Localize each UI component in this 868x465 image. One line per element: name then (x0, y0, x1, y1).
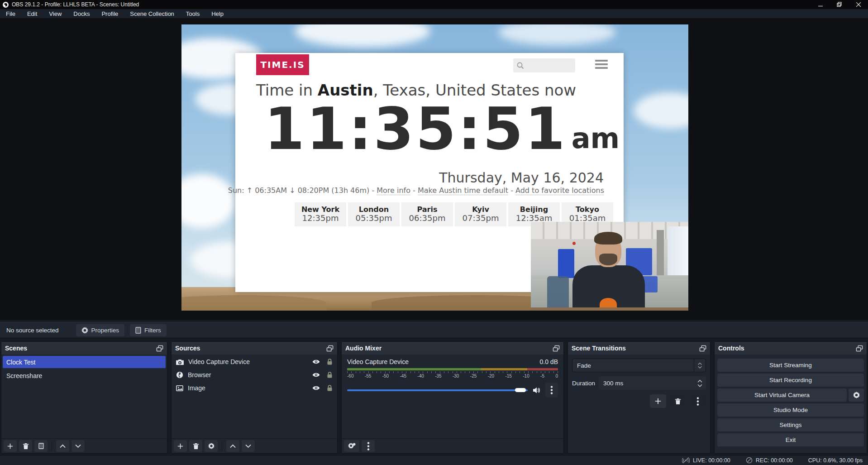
start-recording-button[interactable]: Start Recording (717, 374, 864, 387)
webcam-exit-sign (572, 242, 576, 245)
lock-icon[interactable] (327, 385, 333, 391)
source-item-browser[interactable]: Browser (172, 369, 337, 381)
visibility-eye-icon[interactable] (312, 385, 320, 391)
scenes-header[interactable]: Scenes (1, 342, 167, 355)
source-properties-button[interactable] (205, 440, 218, 452)
exit-button[interactable]: Exit (717, 433, 864, 446)
city-time: 06:35pm (409, 214, 446, 223)
spin-arrows[interactable] (695, 379, 706, 387)
city-name: Beijing (520, 206, 548, 214)
popout-icon[interactable] (553, 345, 560, 352)
filters-label: Filters (144, 327, 161, 334)
city-paris[interactable]: Paris06:35pm (401, 202, 453, 226)
filters-button[interactable]: Filters (130, 324, 167, 336)
tick-label: -40 (417, 374, 424, 379)
audio-mixer-panel: Audio Mixer Video Capture Device 0.0 dB … (341, 341, 564, 454)
close-button[interactable] (849, 0, 868, 9)
minimize-button[interactable] (811, 0, 830, 9)
cloud (498, 24, 616, 45)
sources-panel: Sources Video Capture Device Browser (171, 341, 338, 454)
record-icon (746, 457, 753, 464)
remove-scene-button[interactable] (19, 440, 32, 452)
advanced-audio-properties-button[interactable] (344, 440, 359, 452)
tick-label: -30 (453, 374, 459, 379)
audio-mixer-header[interactable]: Audio Mixer (342, 342, 563, 355)
timeis-search-field[interactable] (513, 58, 575, 72)
duration-spinbox[interactable]: 300 ms (599, 376, 706, 390)
scene-item-clock-test[interactable]: Clock Test (3, 356, 166, 368)
city-kyiv[interactable]: Kyiv07:35pm (455, 202, 506, 226)
city-time: 07:35pm (463, 214, 499, 223)
popout-icon[interactable] (326, 345, 334, 352)
meter-tickmarks (347, 371, 558, 373)
favorite-link[interactable]: Add to favorite locations (515, 186, 604, 195)
settings-button[interactable]: Settings (717, 418, 864, 431)
source-label: Browser (188, 371, 211, 379)
transition-options-kebab-button[interactable] (690, 394, 706, 408)
transitions-header[interactable]: Scene Transitions (568, 342, 710, 355)
volume-slider-handle[interactable] (515, 388, 526, 392)
cpu-fps-stats: CPU: 0.6%, 30.00 fps (808, 457, 863, 464)
source-item-image[interactable]: Image (172, 382, 337, 394)
visibility-eye-icon[interactable] (312, 359, 320, 365)
lock-icon[interactable] (327, 372, 333, 378)
add-transition-button[interactable] (650, 394, 666, 408)
chevron-down-icon[interactable] (697, 384, 702, 387)
city-newyork[interactable]: New York12:35pm (295, 202, 346, 226)
more-info-link[interactable]: More info (377, 186, 410, 195)
studio-mode-button[interactable]: Studio Mode (717, 403, 864, 417)
remove-source-button[interactable] (189, 440, 202, 452)
add-source-button[interactable] (174, 440, 187, 452)
visibility-eye-icon[interactable] (312, 372, 320, 378)
restore-button[interactable] (830, 0, 849, 9)
move-scene-up-button[interactable] (56, 440, 69, 452)
city-name: Tokyo (576, 206, 599, 214)
scene-filters-button[interactable] (34, 440, 48, 452)
channel-options-kebab-button[interactable] (545, 383, 558, 397)
move-source-up-button[interactable] (226, 440, 239, 452)
webcam-chair (547, 276, 569, 308)
make-default-link[interactable]: Make Austin time default (418, 186, 508, 195)
lock-icon[interactable] (327, 359, 333, 365)
move-scene-down-button[interactable] (72, 440, 85, 452)
menu-file[interactable]: File (0, 9, 21, 18)
cloud (634, 92, 688, 129)
remove-transition-button[interactable] (670, 394, 686, 408)
mixer-toolbar (342, 438, 563, 453)
menu-scene-collection[interactable]: Scene Collection (124, 9, 180, 18)
menu-edit[interactable]: Edit (21, 9, 43, 18)
start-virtual-camera-button[interactable]: Start Virtual Camera (717, 388, 847, 402)
source-item-video-capture[interactable]: Video Capture Device (172, 356, 337, 368)
live-status: LIVE: 00:00:00 (682, 457, 730, 464)
menu-tools[interactable]: Tools (180, 9, 205, 18)
scene-preview[interactable]: TIME.IS Time in Austin, Texas, United St… (181, 24, 688, 311)
timeis-logo[interactable]: TIME.IS (256, 54, 309, 75)
webcam-person-beard (599, 254, 617, 265)
chevron-up-icon[interactable] (697, 379, 702, 383)
menu-view[interactable]: View (43, 9, 67, 18)
gear-icon (853, 392, 860, 398)
popout-icon[interactable] (699, 345, 706, 352)
mixer-options-kebab-button[interactable] (362, 440, 375, 452)
menu-profile[interactable]: Profile (95, 9, 124, 18)
speaker-icon[interactable] (532, 387, 541, 393)
add-scene-button[interactable] (4, 440, 17, 452)
popout-icon[interactable] (156, 345, 163, 352)
properties-button[interactable]: Properties (76, 324, 125, 336)
sources-header[interactable]: Sources (172, 342, 337, 355)
volume-slider[interactable] (347, 387, 528, 393)
start-streaming-button[interactable]: Start Streaming (717, 359, 864, 372)
popout-icon[interactable] (856, 345, 863, 352)
hamburger-menu-icon[interactable] (595, 59, 608, 70)
menu-help[interactable]: Help (205, 9, 229, 18)
controls-header[interactable]: Controls (715, 342, 867, 355)
cloud (181, 174, 236, 228)
city-london[interactable]: London05:35pm (348, 202, 400, 226)
window-title: OBS 29.1.2 - Profile: LLHLS BETA - Scene… (12, 1, 139, 8)
move-source-down-button[interactable] (242, 440, 255, 452)
virtual-camera-config-button[interactable] (849, 388, 864, 402)
menu-docks[interactable]: Docks (67, 9, 95, 18)
program-canvas[interactable]: TIME.IS Time in Austin, Texas, United St… (0, 18, 868, 320)
scene-item-screenshare[interactable]: Screenshare (3, 369, 166, 382)
transition-select[interactable]: Fade (572, 359, 706, 372)
